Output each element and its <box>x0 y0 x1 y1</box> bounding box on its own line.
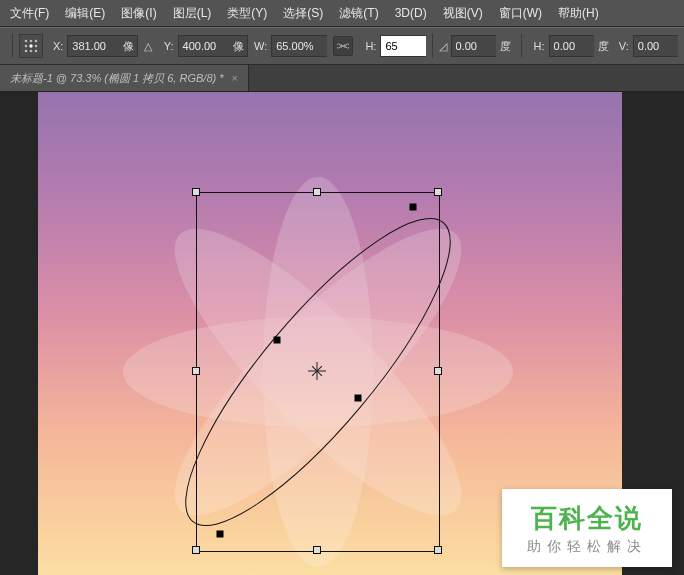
separator <box>12 34 13 58</box>
watermark: 百科全说 助你轻松解决 <box>502 489 672 567</box>
w-label: W: <box>254 40 267 52</box>
h-label: H: <box>365 40 376 52</box>
document-tab-title: 未标题-1 @ 73.3% (椭圆 1 拷贝 6, RGB/8) * <box>10 71 224 86</box>
separator <box>521 34 522 58</box>
menu-filter[interactable]: 滤镜(T) <box>331 0 386 26</box>
menu-edit[interactable]: 编辑(E) <box>57 0 113 26</box>
document-tab[interactable]: 未标题-1 @ 73.3% (椭圆 1 拷贝 6, RGB/8) * × <box>0 65 249 91</box>
svg-point-7 <box>30 50 33 53</box>
transform-handle-tl[interactable] <box>192 188 200 196</box>
skew-v-label: V: <box>619 40 629 52</box>
svg-point-4 <box>29 44 32 47</box>
y-label: Y: <box>164 40 174 52</box>
options-bar: X: 381.00 像 △ Y: 400.00 像 W: 65.00% H: 6… <box>0 27 684 65</box>
link-aspect-button[interactable] <box>333 36 353 56</box>
menu-window[interactable]: 窗口(W) <box>491 0 550 26</box>
rotate-unit: 度 <box>496 36 515 56</box>
menu-bar: 文件(F) 编辑(E) 图像(I) 图层(L) 类型(Y) 选择(S) 滤镜(T… <box>0 0 684 27</box>
rotate-icon: ◿ <box>439 40 447 53</box>
menu-view[interactable]: 视图(V) <box>435 0 491 26</box>
svg-point-6 <box>25 50 28 53</box>
menu-3d[interactable]: 3D(D) <box>387 0 435 26</box>
menu-help[interactable]: 帮助(H) <box>550 0 607 26</box>
svg-point-8 <box>35 50 38 53</box>
transform-handle-mr[interactable] <box>434 367 442 375</box>
skew-h-input[interactable]: 0.00 <box>549 35 594 57</box>
watermark-subtitle: 助你轻松解决 <box>527 538 647 556</box>
x-label: X: <box>53 40 63 52</box>
x-unit: 像 <box>120 35 138 57</box>
menu-file[interactable]: 文件(F) <box>2 0 57 26</box>
transform-handle-tm[interactable] <box>313 188 321 196</box>
svg-point-1 <box>30 40 33 43</box>
transform-handle-bl[interactable] <box>192 546 200 554</box>
svg-point-5 <box>35 45 38 48</box>
y-unit: 像 <box>230 35 248 57</box>
menu-select[interactable]: 选择(S) <box>275 0 331 26</box>
watermark-title: 百科全说 <box>531 501 643 536</box>
canvas-area: 百科全说 助你轻松解决 <box>0 92 684 575</box>
svg-point-2 <box>35 40 38 43</box>
transform-handle-ml[interactable] <box>192 367 200 375</box>
transform-center-icon[interactable] <box>308 362 326 380</box>
separator <box>432 34 433 58</box>
transform-handle-br[interactable] <box>434 546 442 554</box>
path-anchor[interactable] <box>410 204 417 211</box>
svg-point-0 <box>25 40 28 43</box>
rotate-input[interactable]: 0.00 <box>451 35 496 57</box>
transform-handle-tr[interactable] <box>434 188 442 196</box>
svg-point-3 <box>25 45 28 48</box>
transform-handle-bm[interactable] <box>313 546 321 554</box>
reference-point-button[interactable] <box>19 34 43 58</box>
document-tab-bar: 未标题-1 @ 73.3% (椭圆 1 拷贝 6, RGB/8) * × <box>0 65 684 92</box>
close-icon[interactable]: × <box>232 72 238 84</box>
svg-rect-9 <box>340 46 346 47</box>
skew-h-unit: 度 <box>594 36 613 56</box>
x-input[interactable]: 381.00 <box>67 35 119 57</box>
menu-image[interactable]: 图像(I) <box>113 0 164 26</box>
path-anchor[interactable] <box>217 531 224 538</box>
skew-v-input[interactable]: 0.00 <box>633 35 678 57</box>
w-input[interactable]: 65.00% <box>271 35 327 57</box>
path-anchor[interactable] <box>355 395 362 402</box>
menu-layer[interactable]: 图层(L) <box>165 0 220 26</box>
skew-h-label: H: <box>534 40 545 52</box>
menu-type[interactable]: 类型(Y) <box>219 0 275 26</box>
path-anchor[interactable] <box>274 337 281 344</box>
y-input[interactable]: 400.00 <box>178 35 230 57</box>
h-input[interactable]: 65 <box>380 35 425 57</box>
delta-icon[interactable]: △ <box>144 40 152 53</box>
